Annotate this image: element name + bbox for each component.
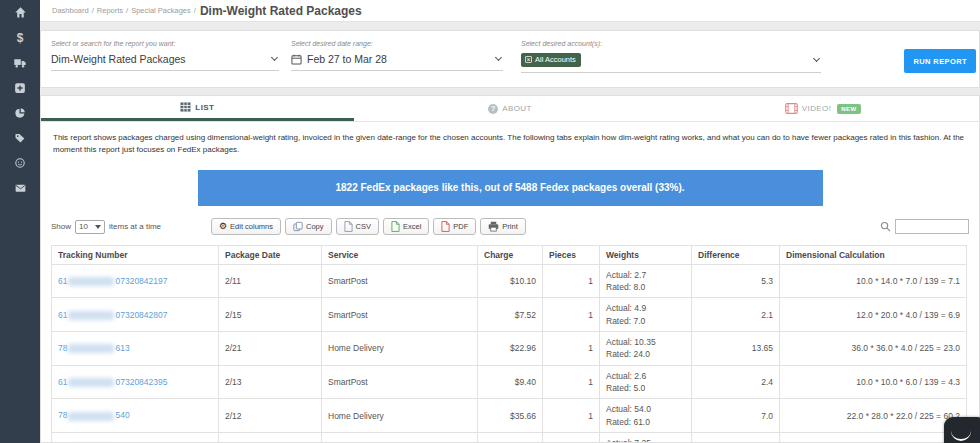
report-content-card: LIST ? ABOUT VIDEO! NEW This report show…: [40, 95, 980, 443]
items-per-page-value: 10: [79, 222, 88, 231]
remove-tag-icon[interactable]: ×: [525, 56, 532, 63]
copy-icon: [293, 221, 303, 232]
package-date-cell: 2/12: [219, 399, 322, 433]
sidebar-item-shipping[interactable]: [0, 50, 40, 75]
sidebar-item-reports[interactable]: [0, 100, 40, 125]
pdf-button[interactable]: PDF: [433, 218, 476, 235]
tab-list[interactable]: LIST: [41, 96, 354, 121]
breadcrumb-special-packages[interactable]: Special Packages: [131, 6, 191, 15]
print-button[interactable]: Print: [480, 218, 525, 235]
weight-actual: Actual: 10.35: [606, 336, 685, 348]
csv-file-icon: [344, 221, 353, 232]
difference-cell: 13.65: [692, 332, 780, 366]
weights-cell: Actual: 4.9 Rated: 7.0: [600, 298, 692, 332]
package-date-cell: 2/11: [219, 264, 322, 298]
sidebar-item-billing[interactable]: $: [0, 25, 40, 50]
pieces-cell: 1: [543, 365, 600, 399]
top-bar: Dashboard / Reports / Special Packages /…: [40, 0, 980, 22]
redacted-segment: [68, 412, 114, 421]
new-badge: NEW: [837, 104, 860, 114]
tracking-number-cell: 6107320842395: [52, 365, 219, 399]
report-select[interactable]: Dim-Weight Rated Packages: [51, 53, 279, 71]
tracking-number-link[interactable]: 78540: [58, 410, 130, 420]
pieces-cell: 1: [543, 432, 600, 443]
table-row: 78613 2/21 Home Delivery $22.96 1 Actual…: [52, 332, 967, 366]
sidebar-item-messages[interactable]: [0, 175, 40, 200]
table-search: [880, 219, 969, 234]
select-arrow-icon: [95, 225, 101, 229]
date-range-value: Feb 27 to Mar 28: [307, 53, 387, 65]
redacted-segment: [68, 311, 114, 320]
edit-columns-button[interactable]: ⚙ Edit columns: [211, 218, 281, 235]
difference-cell: 5.3: [692, 264, 780, 298]
pie-chart-icon: [14, 107, 26, 119]
tracking-number-cell: 78613: [52, 332, 219, 366]
sidebar-item-home[interactable]: [0, 0, 40, 25]
breadcrumb-separator: /: [92, 6, 94, 15]
tab-video[interactable]: VIDEO! NEW: [666, 96, 979, 121]
weight-actual: Actual: 2.6: [606, 370, 685, 382]
mail-icon: [14, 182, 27, 194]
charge-cell: $10.10: [478, 264, 543, 298]
dollar-icon: $: [17, 31, 24, 45]
sidebar-item-support[interactable]: [0, 150, 40, 175]
excel-button[interactable]: Excel: [383, 218, 429, 235]
accounts-select[interactable]: × All Accounts: [521, 53, 821, 73]
csv-button[interactable]: CSV: [336, 218, 379, 235]
breadcrumb-reports[interactable]: Reports: [97, 6, 123, 15]
date-range-select[interactable]: Feb 27 to Mar 28: [291, 53, 503, 71]
pdf-file-icon: [441, 221, 450, 232]
chat-widget-button[interactable]: [944, 417, 980, 443]
tracking-number-link[interactable]: 6107320842807: [58, 310, 167, 320]
breadcrumb-dashboard[interactable]: Dashboard: [52, 6, 89, 15]
sidebar-item-tags[interactable]: [0, 125, 40, 150]
table-row: 78757 2/12 Home Delivery $13.73 1 Actual…: [52, 432, 967, 443]
breadcrumb-separator: /: [194, 6, 196, 15]
add-icon: [14, 82, 26, 94]
report-select-value: Dim-Weight Rated Packages: [51, 53, 186, 65]
tracking-number-link[interactable]: 6107320842395: [58, 377, 167, 387]
report-description: This report shows packages charged using…: [41, 122, 979, 157]
service-cell: SmartPost: [322, 264, 478, 298]
package-date-cell: 2/15: [219, 298, 322, 332]
weight-actual: Actual: 2.7: [606, 269, 685, 281]
tracking-number-link[interactable]: 78613: [58, 343, 130, 353]
difference-cell: 2.1: [692, 298, 780, 332]
accounts-select-label: Select desired account(s):: [521, 40, 821, 47]
col-dimensional-calculation: Dimensional Calculation: [780, 245, 967, 264]
search-input[interactable]: [895, 219, 969, 234]
weight-rated: Rated: 24.0: [606, 348, 685, 360]
weights-cell: Actual: 54.0 Rated: 61.0: [600, 399, 692, 433]
weights-cell: Actual: 2.7 Rated: 8.0: [600, 264, 692, 298]
show-label-prefix: Show: [51, 222, 71, 231]
tab-video-label: VIDEO!: [802, 104, 832, 113]
summary-banner: 1822 FedEx packages like this, out of 54…: [198, 170, 823, 206]
account-tag: × All Accounts: [521, 53, 581, 67]
smiley-icon: [14, 157, 26, 169]
gear-icon: ⚙: [219, 222, 227, 231]
service-cell: SmartPost: [322, 365, 478, 399]
show-label-suffix: items at a time: [109, 222, 161, 231]
truck-icon: [13, 56, 27, 69]
package-date-cell: 2/12: [219, 432, 322, 443]
tracking-number-link[interactable]: 6107320842197: [58, 276, 167, 286]
pieces-cell: 1: [543, 264, 600, 298]
package-date-cell: 2/21: [219, 332, 322, 366]
pieces-cell: 1: [543, 399, 600, 433]
run-report-button[interactable]: RUN REPORT: [904, 49, 976, 73]
sidebar-item-add[interactable]: [0, 75, 40, 100]
date-range-label: Select desired date range:: [291, 40, 503, 47]
tab-list-label: LIST: [195, 103, 214, 112]
excel-file-icon: [391, 221, 400, 232]
show-items-control: Show 10 items at a time: [51, 220, 211, 234]
question-icon: ?: [488, 104, 498, 114]
service-cell: Home Delivery: [322, 432, 478, 443]
charge-cell: $9.40: [478, 365, 543, 399]
items-per-page-select[interactable]: 10: [75, 220, 105, 234]
tracking-number-cell: 6107320842197: [52, 264, 219, 298]
difference-cell: 2.4: [692, 365, 780, 399]
packages-table: Tracking Number Package Date Service Cha…: [51, 245, 967, 443]
tab-about[interactable]: ? ABOUT: [354, 96, 667, 121]
dimensional-calculation-cell: 13.0 * 17.0 * 12.0 / 225 = 11: [780, 432, 967, 443]
copy-button[interactable]: Copy: [285, 218, 332, 235]
